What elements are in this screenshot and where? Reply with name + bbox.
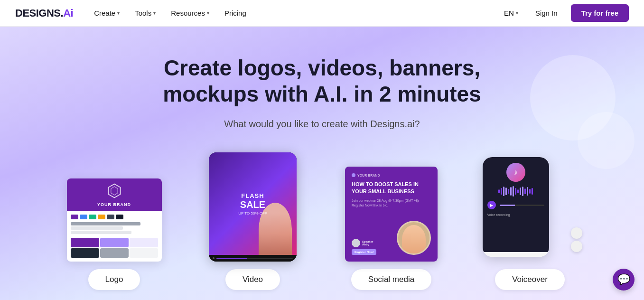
grid-item [130,248,158,258]
nav-pricing-label: Pricing [224,9,246,17]
earbuds [571,227,582,252]
social-label-button[interactable]: Social media [351,269,431,290]
earbud-top [571,227,582,239]
chat-icon: 💬 [617,273,630,286]
speaker-row: Speaker Abby [352,239,376,247]
social-speaker-col: Speaker Abby Register Now! [352,239,376,255]
chat-bubble-button[interactable]: 💬 [613,269,635,291]
wave-bar [524,188,526,194]
logo-font-samples [71,222,158,234]
wave-bar [508,189,509,194]
sale-label: SALE [238,199,267,210]
earbud-bottom [571,241,582,252]
navbar-right: EN ▾ Sign In Try for free [500,4,629,22]
nav-tools[interactable]: Tools ▾ [129,6,161,20]
color-swatch [98,215,105,219]
nav-resources[interactable]: Resources ▾ [165,6,215,20]
navbar: DESIGNS.Ai Create ▾ Tools ▾ Resources ▾ … [0,0,644,27]
wave-bar [501,188,502,195]
color-swatch [71,215,78,219]
video-label-button[interactable]: Video [225,269,280,290]
video-sale-text: FLASH SALE UP TO 50% OFF [238,192,267,216]
hero-section: Create logos, videos, banners, mockups w… [0,27,644,300]
nav-create[interactable]: Create ▾ [88,6,125,20]
voice-play-button[interactable]: ▶ [487,201,496,209]
video-mockup: FLASH SALE UP TO 50% OFF [209,152,297,262]
voiceover-card-image: ♪ ▶ Voice recording [468,157,592,262]
video-controls [209,255,297,262]
nav-items: Create ▾ Tools ▾ Resources ▾ Pricing [88,6,252,20]
logo-ai: Ai [63,7,73,19]
speaker-avatar [352,239,360,247]
wave-bar [498,189,500,193]
voice-progress-bar [500,205,544,206]
grid-item [100,238,129,247]
try-free-button[interactable]: Try for free [571,4,629,22]
svg-marker-1 [111,187,117,195]
chevron-down-icon: ▾ [153,10,156,16]
voice-title: Voice recording [487,213,510,216]
wave-bar [515,188,516,195]
wave-bar [503,187,504,196]
voice-progress-fill [500,205,515,206]
register-button[interactable]: Register Now! [352,249,376,255]
logo-color-swatches [71,215,158,219]
lang-label: EN [504,9,514,17]
voice-waveform [487,186,544,197]
speaker-portrait [397,221,431,255]
speaker-info: Speaker Abby [362,240,373,246]
wave-bar [529,189,531,194]
grid-item [71,238,99,247]
logo-grid [71,238,158,258]
logo-mockup-header: YOUR BRAND [67,178,162,211]
color-swatch [89,215,96,219]
logo-label-button[interactable]: Logo [88,269,140,290]
voice-phone: ♪ ▶ Voice recording [483,157,549,257]
social-card: YOUR BRAND HOW TO BOOST SALES IN YOUR SM… [330,167,453,290]
grid-item [100,248,129,258]
navbar-left: DESIGNS.Ai Create ▾ Tools ▾ Resources ▾ … [15,6,252,20]
wave-bar [520,188,521,195]
lang-selector[interactable]: EN ▾ [500,7,522,19]
wave-bar [522,187,523,196]
logo-brand-label: YOUR BRAND [97,202,131,207]
grid-item [130,238,158,247]
phone-home-bar [483,252,549,257]
discount-label: UP TO 50% OFF [238,211,267,216]
speaker-name: Abby [362,243,373,246]
font-row [71,231,132,234]
hex-logo-icon [106,182,123,199]
logo[interactable]: DESIGNS.Ai [15,7,73,19]
logo-card: YOUR BRAND [53,178,176,290]
svg-marker-0 [108,184,120,198]
wave-bar [527,187,528,196]
logo-text: DESIGNS. [15,7,63,19]
video-card-image: FLASH SALE UP TO 50% OFF [191,152,315,262]
chevron-down-icon: ▾ [117,10,120,16]
voiceover-label-button[interactable]: Voiceover [495,269,565,290]
hero-subtitle: What would you like to create with Desig… [224,119,420,130]
decorative-circle-2 [578,112,635,169]
nav-tools-label: Tools [135,9,151,17]
sign-in-button[interactable]: Sign In [530,6,563,20]
play-icon [213,257,215,259]
color-swatch [80,215,87,219]
video-progress-fill [216,258,247,259]
cards-row: YOUR BRAND [37,152,607,290]
portrait-face [402,225,426,253]
nav-create-label: Create [94,9,115,17]
voiceover-card: ♪ ▶ Voice recording [468,157,592,290]
chevron-down-icon: ▾ [207,10,209,16]
font-row [71,226,123,230]
social-post-title: HOW TO BOOST SALES IN YOUR SMALL BUSINES… [352,181,431,195]
hero-title: Create logos, videos, banners, mockups w… [128,55,517,107]
wave-bar [510,187,512,196]
font-row [71,222,140,225]
video-screen: FLASH SALE UP TO 50% OFF [209,152,297,255]
chevron-down-icon: ▾ [516,10,518,16]
brand-label: YOUR BRAND [357,174,380,177]
nav-pricing[interactable]: Pricing [219,6,252,20]
social-mockup: YOUR BRAND HOW TO BOOST SALES IN YOUR SM… [345,167,438,262]
video-progress-bar [216,258,293,259]
brand-dot [352,173,355,177]
